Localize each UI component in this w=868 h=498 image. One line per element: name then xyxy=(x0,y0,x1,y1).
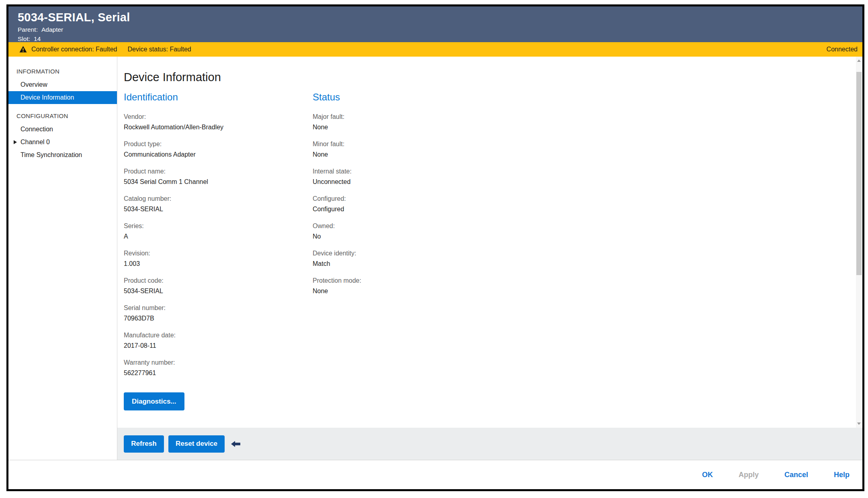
parent-row: Parent:Adapter xyxy=(18,25,854,34)
field-value: A xyxy=(124,233,313,241)
field-serial-number: Serial number: 70963D7B xyxy=(124,304,313,322)
slot-row: Slot:14 xyxy=(18,35,854,43)
field-series: Series: A xyxy=(124,222,313,241)
refresh-button[interactable]: Refresh xyxy=(124,435,164,453)
scroll-up-icon[interactable] xyxy=(856,57,862,64)
field-label: Revision: xyxy=(124,249,313,257)
field-warranty-number: Warranty number: 562277961 xyxy=(124,359,313,377)
field-major-fault: Major fault: None xyxy=(313,113,850,131)
sidebar-item-label: Channel 0 xyxy=(20,139,50,146)
field-label: Protection mode: xyxy=(313,277,850,285)
identification-section: Identification Vendor: Rockwell Automati… xyxy=(124,91,313,410)
field-internal-state: Internal state: Unconnected xyxy=(313,167,850,186)
sidebar-section-information: INFORMATION xyxy=(8,65,117,78)
action-bar: Refresh Reset device xyxy=(117,428,862,460)
field-label: Serial number: xyxy=(124,304,313,312)
field-protection-mode: Protection mode: None xyxy=(313,277,850,295)
device-status: Device status: Faulted xyxy=(127,46,191,53)
field-label: Warranty number: xyxy=(124,359,313,367)
field-catalog-number: Catalog number: 5034-SERIAL xyxy=(124,195,313,213)
device-properties-dialog: 5034-SERIAL, Serial Parent:Adapter Slot:… xyxy=(6,4,864,491)
parent-value: Adapter xyxy=(41,26,63,33)
field-value: 2017-08-11 xyxy=(124,342,313,350)
field-label: Product type: xyxy=(124,140,313,148)
field-product-name: Product name: 5034 Serial Comm 1 Channel xyxy=(124,167,313,186)
field-value: Match xyxy=(313,260,850,268)
field-revision: Revision: 1.003 xyxy=(124,249,313,268)
ok-button[interactable]: OK xyxy=(700,469,715,481)
field-label: Minor fault: xyxy=(313,140,850,148)
field-value: Unconnected xyxy=(313,178,850,186)
main-region: INFORMATION Overview Device Information … xyxy=(8,57,862,460)
field-label: Vendor: xyxy=(124,113,313,121)
footer-bar: OK Apply Cancel Help xyxy=(8,460,862,489)
field-value: Configured xyxy=(313,205,850,213)
sidebar-section-configuration: CONFIGURATION xyxy=(8,109,117,123)
help-button[interactable]: Help xyxy=(831,469,852,481)
apply-button[interactable]: Apply xyxy=(736,469,761,481)
identification-heading: Identification xyxy=(124,91,313,103)
dialog-title: 5034-SERIAL, Serial xyxy=(18,10,854,24)
field-product-code: Product code: 5034-SERIAL xyxy=(124,277,313,295)
field-label: Product name: xyxy=(124,167,313,176)
field-value: 1.003 xyxy=(124,260,313,268)
field-value: None xyxy=(313,287,850,295)
field-label: Owned: xyxy=(313,222,850,230)
diagnostics-button[interactable]: Diagnostics... xyxy=(124,392,184,410)
field-owned: Owned: No xyxy=(313,222,850,241)
connection-status: Connected xyxy=(827,46,858,53)
field-product-type: Product type: Communications Adapter xyxy=(124,140,313,159)
parent-label: Parent: xyxy=(18,26,38,33)
field-label: Internal state: xyxy=(313,167,850,176)
field-vendor: Vendor: Rockwell Automation/Allen-Bradle… xyxy=(124,113,313,131)
status-heading: Status xyxy=(313,91,850,103)
scroll-down-icon[interactable] xyxy=(856,420,862,427)
sidebar-item-time-synchronization[interactable]: Time Synchronization xyxy=(8,149,117,161)
slot-value: 14 xyxy=(34,35,41,42)
field-value: Rockwell Automation/Allen-Bradley xyxy=(124,123,313,131)
field-minor-fault: Minor fault: None xyxy=(313,140,850,159)
field-value: 5034 Serial Comm 1 Channel xyxy=(124,178,313,186)
content-scroll-area: Device Information Identification Vendor… xyxy=(117,57,862,428)
field-label: Configured: xyxy=(313,195,850,203)
sidebar-item-device-information[interactable]: Device Information xyxy=(8,91,117,104)
field-label: Series: xyxy=(124,222,313,230)
cancel-button[interactable]: Cancel xyxy=(782,469,811,481)
field-configured: Configured: Configured xyxy=(313,195,850,213)
scrollbar-thumb[interactable] xyxy=(856,72,862,275)
field-label: Device identity: xyxy=(313,249,850,257)
warning-icon xyxy=(19,46,27,53)
alert-bar: Controller connection: Faulted Device st… xyxy=(8,42,862,57)
sidebar-item-channel-0[interactable]: Channel 0 xyxy=(8,136,117,149)
field-value: 562277961 xyxy=(124,369,313,377)
field-value: None xyxy=(313,123,850,131)
page-title: Device Information xyxy=(124,70,850,84)
status-section: Status Major fault: None Minor fault: No… xyxy=(313,91,850,410)
field-label: Manufacture date: xyxy=(124,331,313,339)
field-value: Communications Adapter xyxy=(124,151,313,159)
field-value: 5034-SERIAL xyxy=(124,287,313,295)
field-label: Major fault: xyxy=(313,113,850,121)
field-device-identity: Device identity: Match xyxy=(313,249,850,268)
chevron-right-icon[interactable] xyxy=(14,140,17,144)
field-manufacture-date: Manufacture date: 2017-08-11 xyxy=(124,331,313,350)
content-columns: Identification Vendor: Rockwell Automati… xyxy=(124,91,850,410)
field-label: Catalog number: xyxy=(124,195,313,203)
arrow-left-icon xyxy=(231,441,240,447)
controller-connection-status: Controller connection: Faulted xyxy=(31,46,117,53)
field-value: None xyxy=(313,151,850,159)
sidebar-item-overview[interactable]: Overview xyxy=(8,78,117,91)
field-label: Product code: xyxy=(124,277,313,285)
dialog-header: 5034-SERIAL, Serial Parent:Adapter Slot:… xyxy=(8,6,862,42)
field-value: No xyxy=(313,233,850,241)
reset-device-button[interactable]: Reset device xyxy=(168,435,225,453)
field-value: 5034-SERIAL xyxy=(124,205,313,213)
field-value: 70963D7B xyxy=(124,314,313,322)
content-pane: Device Information Identification Vendor… xyxy=(117,57,862,460)
sidebar-nav: INFORMATION Overview Device Information … xyxy=(8,57,117,460)
sidebar-item-connection[interactable]: Connection xyxy=(8,123,117,136)
slot-label: Slot: xyxy=(18,35,30,42)
vertical-scrollbar[interactable] xyxy=(856,57,862,428)
